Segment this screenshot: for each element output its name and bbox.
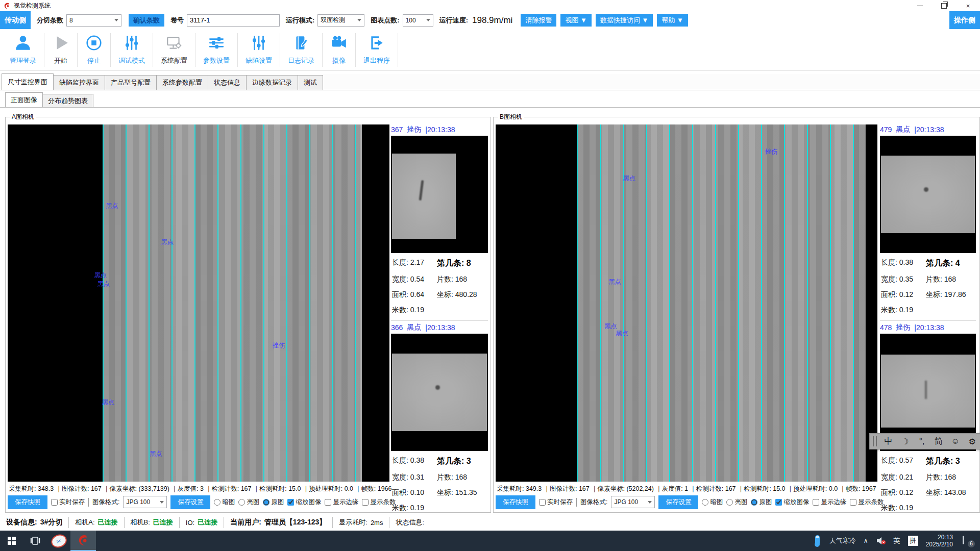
defect-card[interactable]: 367 挫伤 |20:13:38 长度: 2.17 第几条: 8 宽度: 0.5… bbox=[391, 124, 488, 317]
status-label: IO: bbox=[186, 519, 194, 527]
tab-正面图像[interactable]: 正面图像 bbox=[5, 92, 43, 107]
defect-type: 挫伤 bbox=[896, 323, 910, 332]
view-menu-button[interactable]: 视图 ▼ bbox=[560, 14, 591, 27]
status-segment-设备信息: 设备信息:3#分切 bbox=[0, 517, 69, 528]
toolbar-item-管理登录[interactable]: 管理登录 bbox=[2, 33, 44, 67]
minimize-button[interactable] bbox=[908, 0, 932, 11]
save-settings-button[interactable]: 保存设置 bbox=[658, 495, 698, 509]
defect-strip-no: 第几条: 3 bbox=[437, 456, 487, 467]
emoji-icon[interactable]: ☺ bbox=[947, 437, 964, 446]
defect-measurements: 长度: 0.38 第几条: 4 宽度: 0.35 片数: 168 面积: 0.1… bbox=[880, 253, 976, 317]
window-title: 视觉检测系统 bbox=[14, 2, 51, 10]
roll-number-input[interactable] bbox=[187, 14, 280, 27]
defect-meters: 米数: 0.19 bbox=[881, 306, 926, 315]
operate-side-button[interactable]: 操作侧 bbox=[949, 11, 980, 29]
defect-card[interactable]: 479 黑点 |20:13:38 长度: 0.38 第几条: 4 宽度: 0.3… bbox=[880, 124, 976, 317]
toolbar-item-系统配置[interactable]: 系统配置 bbox=[153, 33, 195, 67]
bright-image-radio[interactable]: 亮图 bbox=[238, 498, 259, 507]
play-icon bbox=[52, 34, 69, 54]
settings-gear-icon[interactable]: ⚙ bbox=[964, 437, 980, 446]
bright-image-radio[interactable]: 亮图 bbox=[726, 498, 747, 507]
toolbar-item-停止[interactable]: 停止 bbox=[78, 33, 111, 67]
camera-b-panel: B面相机 挫伤黑点黑点黑点黑点 479 黑点 |20:13:38 bbox=[493, 117, 980, 513]
task-view-button[interactable] bbox=[23, 531, 47, 551]
tab-状态信息[interactable]: 状态信息 bbox=[208, 75, 247, 90]
snipping-tool-button[interactable]: ✂ bbox=[47, 531, 70, 551]
tab-缺陷监控界面[interactable]: 缺陷监控界面 bbox=[53, 75, 105, 90]
chart-points-value: 100 bbox=[406, 17, 416, 24]
zoom-image-checkbox[interactable]: 缩放图像 bbox=[775, 498, 809, 507]
dark-image-radio[interactable]: 暗图 bbox=[702, 498, 723, 507]
ime-language-indicator[interactable]: 英 bbox=[894, 536, 900, 545]
chinese-mode-icon[interactable]: 中 bbox=[880, 436, 897, 447]
drag-handle-icon[interactable] bbox=[873, 436, 877, 446]
defect-length: 长度: 2.17 bbox=[392, 258, 437, 269]
taskbar-clock[interactable]: 20:13 2025/2/10 bbox=[926, 534, 953, 548]
original-image-radio[interactable]: 原图 bbox=[751, 498, 772, 507]
camera-a-status-line: 采集耗时: 348.3 ｜图像计数: 167 ｜像素坐标: (333,7139)… bbox=[9, 485, 487, 493]
restore-button[interactable] bbox=[932, 0, 956, 11]
defect-width: 宽度: 0.54 bbox=[392, 275, 437, 284]
run-mode-select[interactable]: 双面检测 bbox=[317, 14, 364, 27]
active-app-taskbar-button[interactable] bbox=[70, 531, 96, 551]
tab-测试[interactable]: 测试 bbox=[298, 75, 323, 90]
show-edge-checkbox[interactable]: 显示边缘 bbox=[325, 498, 358, 507]
dark-image-radio[interactable]: 暗图 bbox=[214, 498, 235, 507]
tab-产品型号配置[interactable]: 产品型号配置 bbox=[105, 75, 157, 90]
image-format-select[interactable]: JPG 100 bbox=[123, 496, 167, 508]
zoom-image-checkbox[interactable]: 缩放图像 bbox=[287, 498, 321, 507]
tab-边缘数据记录[interactable]: 边缘数据记录 bbox=[246, 75, 298, 90]
status-label: 设备信息: bbox=[6, 518, 37, 527]
icon-toolbar: 管理登录开始停止调试模式系统配置参数设置缺陷设置日志记录摄像退出程序 bbox=[0, 29, 980, 71]
close-button[interactable]: × bbox=[956, 0, 980, 11]
ime-mode-icon[interactable]: 拼 bbox=[908, 536, 918, 546]
defect-length: 长度: 0.38 bbox=[392, 456, 437, 467]
toolbar-item-调试模式[interactable]: 调试模式 bbox=[111, 33, 153, 67]
show-count-checkbox[interactable]: 显示条数 bbox=[850, 498, 884, 507]
slit-count-select[interactable]: 8 bbox=[66, 14, 121, 27]
toolbar-item-参数设置[interactable]: 参数设置 bbox=[195, 33, 238, 67]
original-image-radio[interactable]: 原图 bbox=[263, 498, 284, 507]
toolbar-item-开始[interactable]: 开始 bbox=[44, 33, 78, 67]
toolbar-item-日志记录[interactable]: 日志记录 bbox=[280, 33, 323, 67]
start-button[interactable] bbox=[0, 531, 23, 551]
defect-width: 宽度: 0.31 bbox=[392, 473, 437, 482]
volume-muted-icon[interactable] bbox=[876, 537, 886, 545]
defect-id: 367 bbox=[391, 126, 403, 134]
save-snapshot-button[interactable]: 保存快照 bbox=[8, 495, 47, 509]
confirm-count-button[interactable]: 确认条数 bbox=[129, 14, 164, 27]
camera-b-image[interactable]: 挫伤黑点黑点黑点黑点 bbox=[496, 124, 877, 482]
save-settings-button[interactable]: 保存设置 bbox=[170, 495, 210, 509]
tab-尺寸监控界面[interactable]: 尺寸监控界面 bbox=[2, 73, 54, 90]
hidden-icons-chevron[interactable]: ∧ bbox=[864, 537, 868, 544]
toolbar-item-退出程序[interactable]: 退出程序 bbox=[356, 33, 398, 67]
moon-icon[interactable]: ☽ bbox=[897, 437, 914, 446]
toolbar-item-摄像[interactable]: 摄像 bbox=[323, 33, 356, 67]
drive-side-button[interactable]: 传动侧 bbox=[0, 11, 31, 29]
weather-text[interactable]: 天气寒冷 bbox=[829, 536, 856, 545]
tab-分布趋势图表[interactable]: 分布趋势图表 bbox=[42, 94, 93, 107]
camera-a-image[interactable]: 黑点黑点黑点黑点挫伤黑点黑点 bbox=[8, 124, 389, 482]
action-center-button[interactable]: 6 bbox=[963, 536, 974, 546]
show-count-checkbox[interactable]: 显示条数 bbox=[362, 498, 396, 507]
defect-pieces: 片数: 168 bbox=[437, 473, 487, 482]
status-label: 当前用户: bbox=[230, 518, 261, 527]
defect-strip-no: 第几条: 3 bbox=[926, 456, 975, 467]
realtime-save-checkbox[interactable]: 实时保存 bbox=[51, 498, 85, 507]
tab-系统参数配置[interactable]: 系统参数配置 bbox=[156, 75, 208, 90]
save-snapshot-button[interactable]: 保存快照 bbox=[496, 495, 535, 509]
task-view-icon bbox=[30, 537, 40, 545]
realtime-save-checkbox[interactable]: 实时保存 bbox=[539, 498, 573, 507]
time-text: 20:13 bbox=[938, 534, 953, 541]
defect-header: 366 黑点 |20:13:38 bbox=[391, 322, 488, 333]
data-quick-access-menu-button[interactable]: 数据快捷访问 ▼ bbox=[596, 14, 653, 27]
chart-points-select[interactable]: 100 bbox=[403, 14, 433, 27]
clear-alarm-button[interactable]: 清除报警 bbox=[521, 14, 556, 27]
image-format-select[interactable]: JPG 100 bbox=[611, 496, 655, 508]
status-label: 显示耗时: bbox=[339, 518, 368, 527]
punctuation-icon[interactable]: °, bbox=[914, 437, 930, 446]
help-menu-button[interactable]: 帮助 ▼ bbox=[657, 14, 688, 27]
simplified-chinese-icon[interactable]: 简 bbox=[930, 436, 947, 447]
show-edge-checkbox[interactable]: 显示边缘 bbox=[813, 498, 846, 507]
toolbar-item-缺陷设置[interactable]: 缺陷设置 bbox=[238, 33, 280, 67]
